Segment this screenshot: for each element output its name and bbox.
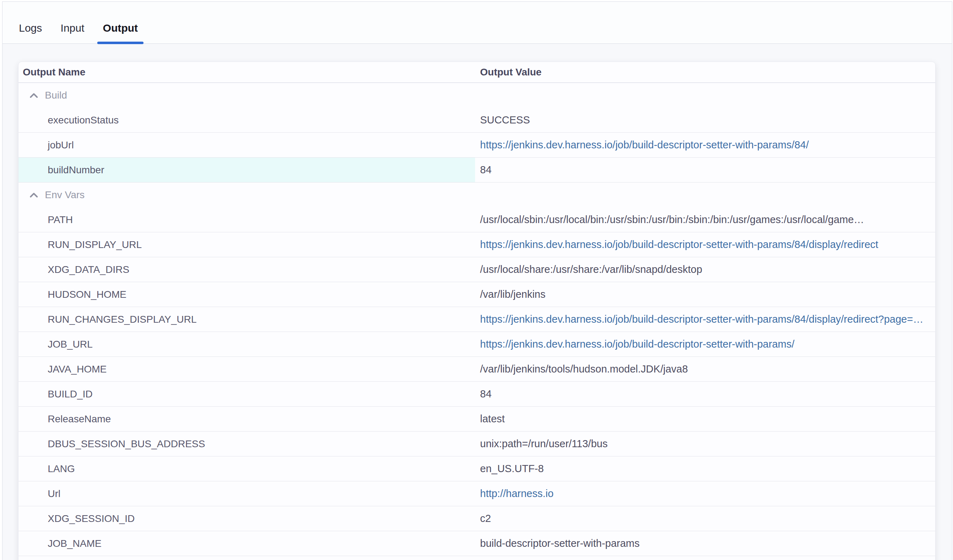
output-name-text: ReleaseName — [48, 413, 111, 425]
column-header-output-value: Output Value — [475, 67, 935, 78]
output-name-cell: JAVA_HOME — [19, 357, 475, 381]
output-value-text: en_US.UTF-8 — [480, 463, 544, 475]
output-value-cell: 84 — [475, 382, 935, 406]
output-name-text: DBUS_SESSION_BUS_ADDRESS — [48, 438, 205, 450]
output-name-text: HUDSON_HOME — [48, 289, 126, 300]
output-value-link[interactable]: https://jenkins.dev.harness.io/job/build… — [480, 239, 878, 251]
group-row-env-vars[interactable]: Env Vars — [19, 183, 935, 207]
table-row-java-home: JAVA_HOME/var/lib/jenkins/tools/hudson.m… — [19, 357, 935, 382]
output-value-link[interactable]: https://jenkins.dev.harness.io/job/build… — [480, 314, 924, 325]
output-name-text: buildNumber — [48, 164, 104, 176]
tab-input-label: Input — [61, 22, 84, 34]
active-tab-indicator — [97, 42, 144, 44]
table-header-row: Output Name Output Value — [19, 62, 935, 83]
column-header-output-name: Output Name — [19, 67, 475, 78]
tab-bar: Logs Input Output — [3, 2, 952, 44]
table-row-path: PATH/usr/local/sbin:/usr/local/bin:/usr/… — [19, 207, 935, 232]
output-value-text: unix:path=/run/user/113/bus — [480, 438, 608, 450]
output-value-cell: latest — [475, 407, 935, 431]
output-value-cell: /usr/local/share:/usr/share:/var/lib/sna… — [475, 257, 935, 282]
tab-logs-label: Logs — [19, 22, 42, 34]
table-row-executionstatus: executionStatusSUCCESS — [19, 108, 935, 133]
tab-output-label: Output — [103, 22, 138, 34]
group-label: Env Vars — [45, 189, 85, 201]
output-value-cell: /var/lib/jenkins — [475, 282, 935, 307]
output-value-cell: SUCCESS — [475, 108, 935, 132]
output-name-cell: Url — [19, 481, 475, 506]
table-row-hudson-home: HUDSON_HOME/var/lib/jenkins — [19, 282, 935, 307]
table-row-xdg-data-dirs: XDG_DATA_DIRS/usr/local/share:/usr/share… — [19, 257, 935, 282]
table-row-xdg-session-id: XDG_SESSION_IDc2 — [19, 506, 935, 531]
output-name-cell: executionStatus — [19, 108, 475, 132]
output-name-cell: HUDSON_HOME — [19, 282, 475, 307]
execution-output-panel: Logs Input Output Output Name Output Val… — [2, 2, 952, 560]
output-value-cell: unix:path=/run/user/113/bus — [475, 432, 935, 456]
output-value-text: SUCCESS — [480, 114, 530, 126]
output-name-cell: jobUrl — [19, 133, 475, 157]
output-name-cell: RUN_CHANGES_DISPLAY_URL — [19, 307, 475, 332]
output-value-text: 84 — [480, 388, 492, 400]
table-row-job-url: JOB_URLhttps://jenkins.dev.harness.io/jo… — [19, 332, 935, 357]
output-tab-content: Output Name Output Value BuildexecutionS… — [3, 44, 952, 560]
output-name-cell: XDG_SESSION_ID — [19, 506, 475, 531]
output-value-cell: build-descriptor-setter-with-params — [475, 531, 935, 556]
output-value-text: /usr/local/sbin:/usr/local/bin:/usr/sbin… — [480, 214, 864, 226]
output-name-cell: XDG_DATA_DIRS — [19, 257, 475, 282]
output-name-text: XDG_DATA_DIRS — [48, 264, 129, 275]
output-name-text: executionStatus — [48, 114, 119, 126]
output-value-cell: /usr/local/sbin:/usr/local/bin:/usr/sbin… — [475, 207, 935, 232]
output-value-text: /usr/local/share:/usr/share:/var/lib/sna… — [480, 264, 702, 275]
output-value-cell: https://jenkins.dev.harness.io/job/build… — [475, 232, 935, 257]
table-row-job-name: JOB_NAMEbuild-descriptor-setter-with-par… — [19, 531, 935, 556]
output-value-cell: https://jenkins.dev.harness.io/job/build… — [475, 307, 935, 332]
table-row-joburl: jobUrlhttps://jenkins.dev.harness.io/job… — [19, 133, 935, 158]
output-name-text: BUILD_ID — [48, 388, 93, 400]
output-value-link[interactable]: http://harness.io — [480, 488, 553, 500]
output-name-text: LANG — [48, 463, 75, 475]
tab-input[interactable]: Input — [55, 22, 90, 43]
tab-output[interactable]: Output — [97, 22, 144, 43]
table-row-run-display-url: RUN_DISPLAY_URLhttps://jenkins.dev.harne… — [19, 232, 935, 257]
tab-logs[interactable]: Logs — [13, 22, 48, 43]
output-table-body: BuildexecutionStatusSUCCESSjobUrlhttps:/… — [19, 83, 935, 556]
output-name-cell: BUILD_ID — [19, 382, 475, 406]
output-name-text: JOB_NAME — [48, 538, 101, 549]
output-name-text: JOB_URL — [48, 339, 93, 350]
output-value-text: latest — [480, 413, 504, 425]
output-value-text: /var/lib/jenkins — [480, 289, 546, 300]
table-row-build-id: BUILD_ID84 — [19, 382, 935, 407]
output-name-text: PATH — [48, 214, 73, 226]
output-value-cell: en_US.UTF-8 — [475, 456, 935, 481]
output-name-cell: buildNumber — [19, 158, 475, 182]
output-name-text: XDG_SESSION_ID — [48, 513, 135, 524]
output-value-text: /var/lib/jenkins/tools/hudson.model.JDK/… — [480, 363, 688, 375]
group-row-build[interactable]: Build — [19, 83, 935, 108]
table-row-dbus-session-bus-address: DBUS_SESSION_BUS_ADDRESSunix:path=/run/u… — [19, 432, 935, 456]
output-value-cell: /var/lib/jenkins/tools/hudson.model.JDK/… — [475, 357, 935, 381]
output-name-cell: JOB_URL — [19, 332, 475, 356]
table-row-buildnumber: buildNumber84 — [19, 158, 935, 183]
table-row-releasename: ReleaseNamelatest — [19, 407, 935, 432]
output-value-link[interactable]: https://jenkins.dev.harness.io/job/build… — [480, 139, 809, 151]
output-value-cell: http://harness.io — [475, 481, 935, 506]
output-name-text: RUN_CHANGES_DISPLAY_URL — [48, 314, 197, 325]
table-row-url: Urlhttp://harness.io — [19, 481, 935, 506]
output-name-cell: PATH — [19, 207, 475, 232]
chevron-up-icon[interactable] — [29, 192, 39, 198]
output-value-link[interactable]: https://jenkins.dev.harness.io/job/build… — [480, 338, 795, 350]
group-label: Build — [45, 90, 67, 101]
output-value-cell: https://jenkins.dev.harness.io/job/build… — [475, 332, 935, 356]
table-row-lang: LANGen_US.UTF-8 — [19, 456, 935, 481]
output-name-text: RUN_DISPLAY_URL — [48, 239, 142, 251]
output-value-cell: c2 — [475, 506, 935, 531]
output-name-cell: ReleaseName — [19, 407, 475, 431]
output-name-text: JAVA_HOME — [48, 364, 107, 375]
output-name-cell: LANG — [19, 456, 475, 481]
output-value-cell: https://jenkins.dev.harness.io/job/build… — [475, 133, 935, 157]
output-name-text: Url — [48, 488, 61, 500]
output-value-text: 84 — [480, 164, 492, 176]
output-value-text: build-descriptor-setter-with-params — [480, 538, 639, 549]
output-value-cell: 84 — [475, 158, 935, 182]
chevron-up-icon[interactable] — [29, 93, 39, 98]
output-name-text: jobUrl — [48, 139, 74, 151]
